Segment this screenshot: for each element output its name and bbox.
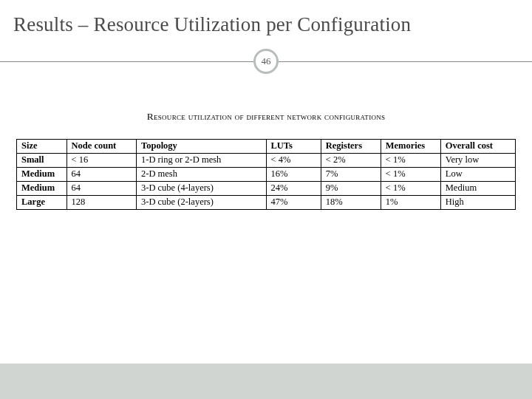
col-topology: Topology (137, 140, 267, 154)
table-row: Large 128 3-D cube (2-layers) 47% 18% 1%… (17, 196, 516, 210)
cell-size: Large (17, 196, 67, 210)
col-node-count: Node count (66, 140, 137, 154)
cell-node-count: < 16 (66, 154, 137, 168)
cell-size: Medium (17, 182, 67, 196)
cell-overall-cost: Very low (440, 154, 515, 168)
col-size: Size (17, 140, 67, 154)
cell-topology: 3-D cube (4-layers) (137, 182, 267, 196)
cell-luts: 24% (266, 182, 321, 196)
table-row: Small < 16 1-D ring or 2-D mesh < 4% < 2… (17, 154, 516, 168)
cell-luts: < 4% (266, 154, 321, 168)
cell-node-count: 128 (66, 196, 137, 210)
cell-size: Medium (17, 168, 67, 182)
table-row: Medium 64 2-D mesh 16% 7% < 1% Low (17, 168, 516, 182)
table-area: Resource utilization of different networ… (16, 111, 516, 210)
col-registers: Registers (321, 140, 381, 154)
cell-size: Small (17, 154, 67, 168)
cell-node-count: 64 (66, 168, 137, 182)
cell-overall-cost: Low (440, 168, 515, 182)
utilization-table: Size Node count Topology LUTs Registers … (16, 139, 516, 210)
cell-memories: < 1% (381, 168, 440, 182)
cell-topology: 3-D cube (2-layers) (137, 196, 267, 210)
cell-luts: 16% (266, 168, 321, 182)
cell-registers: 18% (321, 196, 381, 210)
cell-registers: < 2% (321, 154, 381, 168)
cell-memories: < 1% (381, 154, 440, 168)
footer-bar (0, 364, 532, 399)
table-caption: Resource utilization of different networ… (16, 111, 516, 123)
col-overall-cost: Overall cost (440, 140, 515, 154)
cell-registers: 9% (321, 182, 381, 196)
slide: Results – Resource Utilization per Confi… (0, 0, 532, 399)
cell-luts: 47% (266, 196, 321, 210)
col-luts: LUTs (266, 140, 321, 154)
col-memories: Memories (381, 140, 440, 154)
table-header-row: Size Node count Topology LUTs Registers … (17, 140, 516, 154)
cell-overall-cost: Medium (440, 182, 515, 196)
cell-node-count: 64 (66, 182, 137, 196)
page-title: Results – Resource Utilization per Confi… (0, 0, 532, 41)
cell-overall-cost: High (440, 196, 515, 210)
table-row: Medium 64 3-D cube (4-layers) 24% 9% < 1… (17, 182, 516, 196)
cell-topology: 1-D ring or 2-D mesh (137, 154, 267, 168)
cell-memories: 1% (381, 196, 440, 210)
cell-topology: 2-D mesh (137, 168, 267, 182)
cell-registers: 7% (321, 168, 381, 182)
page-number-badge: 46 (253, 49, 279, 74)
cell-memories: < 1% (381, 182, 440, 196)
